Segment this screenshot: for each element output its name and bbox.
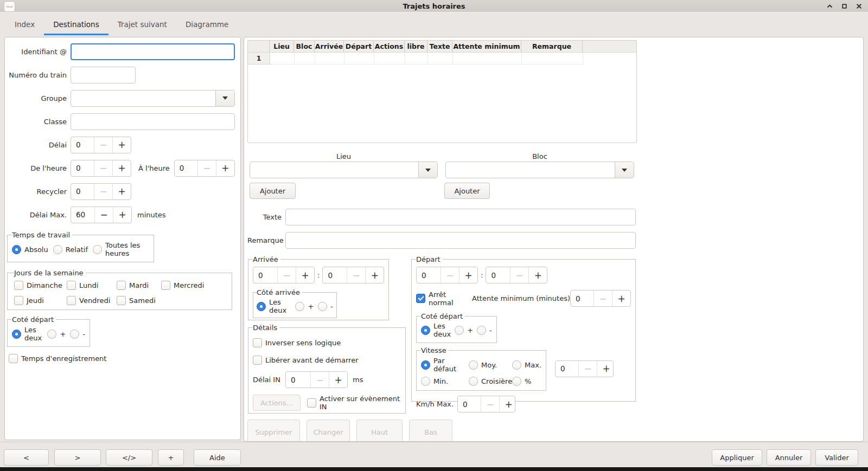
- checkbox-dimanche[interactable]: Dimanche: [14, 281, 67, 290]
- aide-button[interactable]: Aide: [194, 449, 241, 466]
- column-header-rownum[interactable]: [248, 41, 270, 52]
- radio-moy[interactable]: Moy.: [469, 357, 512, 373]
- delai-max-spinner-value[interactable]: 60: [71, 207, 94, 223]
- delai-spinner-value[interactable]: 0: [71, 137, 94, 153]
- minus-icon[interactable]: [441, 267, 459, 283]
- classe-input[interactable]: [71, 113, 235, 130]
- column-header-texte[interactable]: Texte: [427, 41, 452, 52]
- arrivee-heure-value[interactable]: 0: [253, 267, 277, 283]
- maximize-icon[interactable]: [840, 2, 848, 10]
- tab-trajet-suivant[interactable]: Trajet suivant: [108, 12, 176, 36]
- cell-lieu[interactable]: [270, 53, 295, 64]
- plus-icon[interactable]: [612, 291, 630, 306]
- cell-remarque[interactable]: [522, 53, 583, 64]
- plus-icon[interactable]: [499, 396, 515, 412]
- checkbox-samedi[interactable]: Samedi: [117, 296, 161, 305]
- minus-icon[interactable]: [197, 160, 216, 176]
- groupe-combobox-entry[interactable]: [71, 91, 215, 106]
- lieu-dropdown-button[interactable]: [418, 162, 437, 178]
- radio-les-deux[interactable]: Les deux: [12, 326, 43, 342]
- column-header-libre[interactable]: libre: [405, 41, 427, 52]
- checkbox-vendredi[interactable]: Vendredi: [67, 296, 117, 305]
- minus-icon[interactable]: [593, 291, 612, 306]
- groupe-combobox[interactable]: [71, 90, 235, 107]
- tab-index[interactable]: Index: [5, 12, 44, 36]
- radio-les-deux[interactable]: Les deux: [257, 298, 291, 314]
- actions-button[interactable]: Actions...: [253, 395, 301, 411]
- radio-absolu[interactable]: Absolu: [12, 241, 48, 257]
- radio-max[interactable]: Max.: [512, 357, 541, 373]
- radio-relatif[interactable]: Relatif: [53, 241, 88, 257]
- numero-train-input[interactable]: [71, 67, 136, 83]
- nav-add-button[interactable]: +: [158, 449, 184, 466]
- column-header-bloc[interactable]: Bloc: [294, 41, 315, 52]
- column-header-attente-minimum[interactable]: Attente minimum: [452, 41, 521, 52]
- minus-icon[interactable]: [578, 361, 597, 377]
- identifiant-input[interactable]: [71, 43, 235, 60]
- cell-bloc[interactable]: [295, 53, 315, 64]
- minus-icon[interactable]: [94, 207, 113, 223]
- vitesse-value[interactable]: 0: [556, 361, 578, 377]
- checkbox-mercredi[interactable]: Mercredi: [161, 281, 227, 290]
- column-header-actions[interactable]: Actions: [374, 41, 405, 52]
- plus-icon[interactable]: [296, 267, 314, 283]
- checkbox-arret-normal[interactable]: Arrêt normal: [416, 291, 464, 307]
- changer-button[interactable]: Changer: [307, 420, 350, 442]
- nav-previous-button[interactable]: <: [4, 449, 49, 466]
- radio-plus[interactable]: +: [455, 326, 473, 335]
- lieu-combobox[interactable]: [250, 162, 438, 178]
- plus-icon[interactable]: [113, 207, 131, 223]
- cell-actions[interactable]: [374, 53, 405, 64]
- bloc-dropdown-button[interactable]: [615, 162, 634, 178]
- checkbox-temps-enregistrement[interactable]: Temps d'enregistrement: [9, 354, 106, 363]
- radio-moins[interactable]: -: [318, 302, 333, 311]
- depart-heure-value[interactable]: 0: [417, 267, 441, 283]
- lieu-combobox-entry[interactable]: [250, 162, 418, 178]
- radio-min[interactable]: Min.: [421, 377, 469, 386]
- plus-icon[interactable]: [112, 184, 131, 199]
- ajouter-lieu-button[interactable]: Ajouter: [250, 183, 296, 199]
- row-number-cell[interactable]: 1: [248, 53, 270, 64]
- checkbox-liberer-avant-demarrer[interactable]: Libérer avant de démarrer: [253, 356, 359, 365]
- recycler-spinner-value[interactable]: 0: [71, 184, 94, 199]
- checkbox-jeudi[interactable]: Jeudi: [14, 296, 67, 305]
- table-row[interactable]: 1: [248, 53, 636, 64]
- radio-toutes-les-heures[interactable]: Toutes les heures: [93, 241, 149, 257]
- de-lheure-spinner-value[interactable]: 0: [71, 160, 94, 176]
- ajouter-bloc-button[interactable]: Ajouter: [444, 183, 490, 199]
- column-header-depart[interactable]: Départ: [344, 41, 374, 52]
- plus-icon[interactable]: [329, 372, 347, 388]
- arrivee-minute-value[interactable]: 0: [323, 267, 347, 283]
- minus-icon[interactable]: [94, 137, 112, 153]
- plus-icon[interactable]: [112, 137, 131, 153]
- tab-destinations[interactable]: Destinations: [44, 12, 108, 36]
- minus-icon[interactable]: [510, 267, 528, 283]
- attente-minimum-value[interactable]: 0: [571, 291, 593, 306]
- plus-icon[interactable]: [528, 267, 547, 283]
- cell-arrivee[interactable]: [315, 53, 344, 64]
- minimize-icon[interactable]: [826, 2, 833, 10]
- checkbox-mardi[interactable]: Mardi: [117, 281, 161, 290]
- radio-moins[interactable]: -: [477, 326, 492, 335]
- plus-icon[interactable]: [216, 160, 234, 176]
- plus-icon[interactable]: [112, 160, 131, 176]
- appliquer-button[interactable]: Appliquer: [712, 449, 762, 466]
- column-header-arrivee[interactable]: Arrivée: [315, 41, 344, 52]
- plus-icon[interactable]: [365, 267, 384, 283]
- cell-attente-minimum[interactable]: [453, 53, 522, 64]
- radio-les-deux[interactable]: Les deux: [421, 322, 451, 338]
- minus-icon[interactable]: [310, 372, 329, 388]
- radio-plus[interactable]: +: [47, 330, 66, 339]
- groupe-dropdown-button[interactable]: [215, 91, 234, 106]
- tab-diagramme[interactable]: Diagramme: [176, 12, 238, 36]
- bas-button[interactable]: Bas: [409, 420, 452, 442]
- supprimer-button[interactable]: Supprimer: [247, 420, 300, 442]
- cell-libre[interactable]: [405, 53, 428, 64]
- minus-icon[interactable]: [481, 396, 499, 412]
- radio-pourcent[interactable]: %: [512, 377, 541, 386]
- haut-button[interactable]: Haut: [356, 420, 403, 442]
- valider-button[interactable]: Valider: [815, 449, 858, 466]
- radio-croisiere[interactable]: Croisière: [469, 377, 512, 386]
- bloc-combobox[interactable]: [445, 162, 634, 178]
- cell-depart[interactable]: [344, 53, 374, 64]
